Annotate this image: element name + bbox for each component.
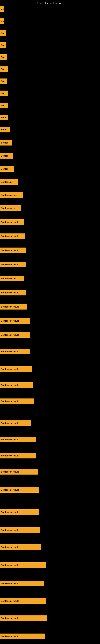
bar-label: Bottleneck result (1, 334, 19, 336)
bar-item: Bottleneck result (0, 580, 44, 586)
bar-label: Bottleneck result (1, 511, 19, 514)
bar-label: Bottleneck result (1, 489, 19, 491)
bar-label: Bottleneck result (1, 235, 19, 238)
page-title: TheBottlenecker.com (0, 0, 100, 6)
bar-item: Bott (0, 103, 8, 108)
bar-label: Bo (1, 8, 3, 10)
bar-label: Bottleneck result (1, 438, 19, 441)
bar-item: Bottleneck result (0, 437, 36, 442)
bar-item: Bottleneck result (0, 598, 47, 604)
bar-item: Bott (0, 30, 6, 36)
bar-item: Bottleneck result (0, 398, 34, 404)
bar-label: Bottleneck result (1, 320, 19, 322)
bar-item: Bottleneck result (0, 453, 36, 458)
bar-item: Bott (0, 90, 8, 96)
bar-item: Bottleneck result (0, 248, 26, 253)
bar-item: Bottleneck result (0, 634, 45, 639)
bar-label: Bottleneck result (1, 263, 19, 266)
bar-label: Bo (1, 20, 4, 22)
bar-item: Bo (0, 6, 3, 12)
bar-label: Bottleneck (1, 181, 12, 183)
bar-item: Bottleneck result (0, 509, 39, 515)
bar-item: Bottleneck result (0, 219, 24, 225)
bar-item: Bottleneck result (0, 304, 27, 310)
bar-item: Bottleneck resu (0, 276, 24, 281)
bar-label: Bottleneck result (1, 582, 19, 585)
bar-item: Bottleneck resu (0, 192, 23, 198)
bar-item: Bottle (0, 127, 10, 132)
bar-item: Bottleneck result (0, 262, 26, 267)
bar-label: Bottleneck resu (1, 194, 17, 196)
bar-label: Bott (1, 68, 5, 70)
bar-item: Bottleneck (0, 179, 18, 185)
bar-item: Bott (0, 66, 8, 72)
bar-label: Bottleneck result (1, 306, 19, 308)
bar-item: Bottlen (0, 166, 14, 172)
bar-label: Bottleneck result (1, 400, 19, 402)
bar-item: Bottleneck result (0, 366, 32, 372)
bar-item: Bottleneck result (0, 527, 40, 533)
bar-label: Bott (1, 56, 5, 58)
bar-label: Bottlen (1, 168, 8, 170)
bar-label: Bott (1, 32, 5, 34)
bar-label: Bottleneck result (1, 635, 19, 638)
bar-label: Bottleneck result (1, 600, 19, 602)
bar-item: Bottleneck result (0, 234, 25, 239)
bar-label: Bottleneck result (1, 350, 19, 353)
bar-label: Bottleneck result (1, 529, 19, 531)
bar-item: Bottleneck result (0, 349, 30, 354)
bar-item: Bottleneck result (0, 420, 31, 426)
bar-label: Bottleneck result (1, 384, 19, 386)
bar-item: Bottleneck result (0, 332, 30, 338)
bar-label: Bottleneck resu (1, 277, 17, 280)
bar-item: Bott (0, 78, 7, 84)
bar-item: Bottleneck re (0, 205, 21, 211)
bar-label: Bottleneck result (1, 454, 19, 457)
bar-label: Bottler (1, 154, 8, 157)
bar-item: Bottleneck result (0, 562, 46, 568)
bar-label: Bottleneck result (1, 617, 19, 620)
bar-label: Bott (1, 80, 5, 82)
bar-label: Bottle (1, 128, 7, 131)
bar-label: Bottleneck result (1, 292, 19, 294)
bar-item: Bo (0, 18, 4, 24)
bar-item: Bott (0, 54, 7, 60)
bar-item: Bottlen (0, 140, 12, 146)
bar-item: Bottler (0, 153, 13, 158)
bar-item: Bottleneck result (0, 318, 30, 324)
bar-label: Bott (1, 104, 5, 107)
bar-label: Bottleneck result (1, 221, 19, 224)
bar-label: Bott (1, 44, 5, 46)
bar-item: Bottleneck result (0, 544, 41, 550)
bar-label: Bottl (1, 116, 6, 119)
bar-label: Bott (1, 92, 5, 94)
bar-label: Bottleneck result (1, 470, 19, 473)
bar-label: Bottleneck result (1, 422, 19, 424)
bar-item: Bottleneck result (0, 487, 39, 493)
bar-label: Bottleneck result (1, 249, 19, 252)
bar-item: Bottleneck result (0, 382, 33, 388)
bar-label: Bottleneck result (1, 368, 19, 370)
bar-item: Bottleneck result (0, 290, 26, 296)
bar-label: Bottleneck result (1, 564, 19, 566)
bar-item: Bottleneck result (0, 616, 47, 621)
bar-label: Bottlen (1, 142, 8, 144)
bar-label: Bottleneck re (1, 207, 15, 209)
bar-label: Bottleneck result (1, 546, 19, 548)
bar-item: Bottleneck result (0, 469, 38, 474)
bar-item: Bottl (0, 115, 8, 120)
bar-item: Bott (0, 42, 6, 48)
